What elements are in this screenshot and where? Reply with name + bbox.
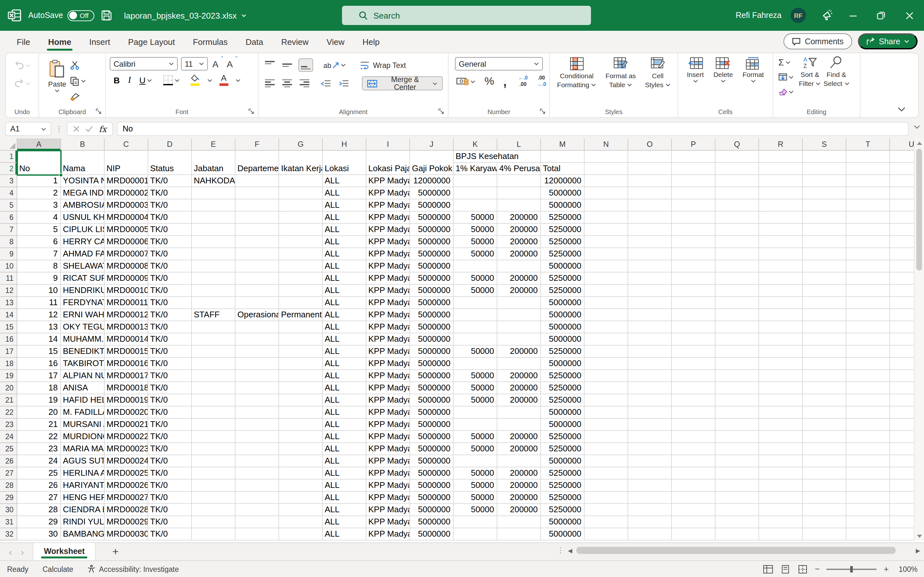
cell-J16[interactable]: 5000000 <box>410 334 453 345</box>
cell-I28[interactable]: KPP Madya <box>367 480 409 491</box>
cell-L29[interactable]: 200000 <box>497 492 540 503</box>
cell-C6[interactable]: MRD00004 <box>105 211 148 223</box>
cell-I17[interactable]: KPP Madya <box>367 346 409 357</box>
cell-K20[interactable]: 50000 <box>454 382 497 394</box>
cell-C28[interactable]: MRD00026 <box>105 480 148 491</box>
cell-H18[interactable]: ALL <box>323 358 366 369</box>
cell-L17[interactable]: 200000 <box>497 346 540 357</box>
tab-insert[interactable]: Insert <box>81 33 118 50</box>
cell-H25[interactable]: ALL <box>323 443 366 455</box>
cell-L11[interactable]: 200000 <box>497 272 540 284</box>
cell-M32[interactable]: 5000000 <box>541 528 584 540</box>
cell-D8[interactable]: TK/0 <box>148 236 191 247</box>
cell-D28[interactable]: TK/0 <box>148 480 191 491</box>
excel-logo-icon[interactable] <box>8 8 22 23</box>
collapse-ribbon-button[interactable] <box>894 106 909 112</box>
font-name-select[interactable]: Calibri <box>110 57 178 71</box>
previous-sheet-arrow[interactable]: ‹ <box>9 546 12 557</box>
column-header-D[interactable]: D <box>148 139 192 151</box>
cell-D21[interactable]: TK/0 <box>148 394 191 406</box>
cell-I26[interactable]: KPP Madya <box>367 455 409 467</box>
cell-M18[interactable]: 5000000 <box>541 358 584 369</box>
cell-A28[interactable]: 26 <box>17 480 60 491</box>
cell-M17[interactable]: 5250000 <box>541 346 584 357</box>
cell-D5[interactable]: TK/0 <box>148 199 191 211</box>
horizontal-scroll-thumb[interactable] <box>576 547 896 554</box>
row-header-11[interactable]: 11 <box>0 272 17 285</box>
column-header-G[interactable]: G <box>279 139 323 151</box>
cell-M27[interactable]: 5250000 <box>541 467 584 479</box>
cell-J32[interactable]: 5000000 <box>410 528 453 540</box>
cell-M10[interactable]: 5000000 <box>541 260 584 272</box>
cell-I30[interactable]: KPP Madya <box>367 504 409 516</box>
cell-C8[interactable]: MRD00006 <box>105 236 148 247</box>
wrap-text-button[interactable]: Wrap Text <box>359 60 407 71</box>
cell-B15[interactable]: OKY TEGUH <box>61 321 104 333</box>
tab-splitter-handle[interactable]: ⋮ <box>557 546 564 554</box>
row-header-1[interactable]: 1 <box>0 151 17 163</box>
column-header-J[interactable]: J <box>410 139 454 151</box>
cell-D30[interactable]: TK/0 <box>148 504 191 516</box>
next-sheet-arrow[interactable]: › <box>21 546 24 557</box>
cell-L20[interactable]: 200000 <box>497 382 540 394</box>
cell-M28[interactable]: 5250000 <box>541 480 584 491</box>
cell-M4[interactable]: 5000000 <box>541 187 584 199</box>
cell-C12[interactable]: MRD00010 <box>105 285 148 296</box>
cell-L12[interactable]: 200000 <box>497 285 540 296</box>
cell-D17[interactable]: TK/0 <box>148 346 191 357</box>
header-cell-D1[interactable]: Status <box>148 151 191 174</box>
cell-H27[interactable]: ALL <box>323 467 366 479</box>
cell-B21[interactable]: HAFID HELI <box>61 394 104 406</box>
cell-K27[interactable]: 50000 <box>454 467 497 479</box>
cell-K11[interactable]: 50000 <box>454 272 497 284</box>
cell-B9[interactable]: AHMAD FA <box>61 248 104 259</box>
cell-A29[interactable]: 27 <box>17 492 60 503</box>
cell-M23[interactable]: 5000000 <box>541 419 584 430</box>
cell-K6[interactable]: 50000 <box>454 211 497 223</box>
column-header-N[interactable]: N <box>585 139 628 151</box>
column-header-Q[interactable]: Q <box>716 139 759 151</box>
cell-A23[interactable]: 21 <box>17 419 60 430</box>
cell-B29[interactable]: HENG HERI <box>61 492 104 503</box>
cell-A4[interactable]: 2 <box>17 187 60 199</box>
cell-D20[interactable]: TK/0 <box>148 382 191 394</box>
column-header-O[interactable]: O <box>628 139 672 151</box>
cell-L7[interactable]: 200000 <box>497 224 540 235</box>
cell-I20[interactable]: KPP Madya <box>367 382 409 394</box>
cell-B16[interactable]: MUHAMM. <box>61 334 104 345</box>
cell-I5[interactable]: KPP Madya <box>367 199 409 211</box>
clear-button[interactable] <box>777 87 795 97</box>
column-header-U[interactable]: U <box>890 139 914 151</box>
cell-J14[interactable]: 5000000 <box>410 309 453 321</box>
cell-D32[interactable]: TK/0 <box>148 528 191 540</box>
cell-D4[interactable]: TK/0 <box>148 187 191 199</box>
cell-C20[interactable]: MRD00018 <box>105 382 148 394</box>
accounting-format-button[interactable] <box>455 76 477 87</box>
cell-K19[interactable]: 50000 <box>454 370 497 382</box>
cell-D27[interactable]: TK/0 <box>148 467 191 479</box>
cell-K12[interactable]: 50000 <box>454 285 497 296</box>
cell-A27[interactable]: 25 <box>17 467 60 479</box>
column-header-E[interactable]: E <box>192 139 236 151</box>
cell-C31[interactable]: MRD00029 <box>105 516 148 528</box>
cell-A10[interactable]: 8 <box>17 260 60 272</box>
italic-button[interactable]: I <box>127 74 132 87</box>
cell-H12[interactable]: ALL <box>323 285 366 296</box>
cell-C19[interactable]: MRD00017 <box>105 370 148 382</box>
cell-B13[interactable]: FERDYNATA <box>61 297 104 308</box>
cell-D15[interactable]: TK/0 <box>148 321 191 333</box>
cell-I24[interactable]: KPP Madya <box>367 431 409 442</box>
cell-M5[interactable]: 5000000 <box>541 199 584 211</box>
cell-J23[interactable]: 5000000 <box>410 419 453 430</box>
cell-I21[interactable]: KPP Madya <box>367 394 409 406</box>
header-cell-J1[interactable]: Gaji Pokok <box>410 151 453 174</box>
number-format-select[interactable]: General <box>455 57 543 71</box>
cell-A26[interactable]: 24 <box>17 455 60 467</box>
top-align-button[interactable] <box>264 60 276 71</box>
cell-B32[interactable]: BAMBANG <box>61 528 104 540</box>
cell-A12[interactable]: 10 <box>17 285 60 296</box>
cell-A16[interactable]: 14 <box>17 334 60 345</box>
cell-B7[interactable]: CIPLUK LIST <box>61 224 104 235</box>
cell-L19[interactable]: 200000 <box>497 370 540 382</box>
cell-J8[interactable]: 5000000 <box>410 236 453 247</box>
